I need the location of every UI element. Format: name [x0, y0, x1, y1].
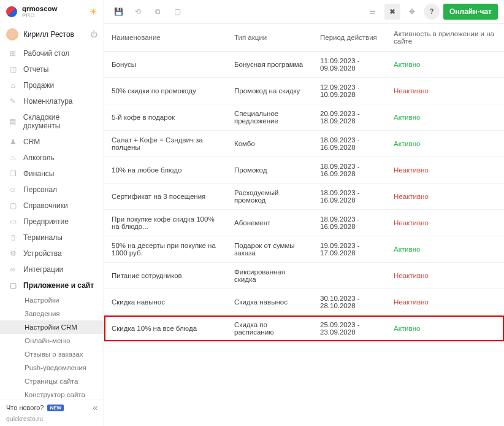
table-row[interactable]: Скидка навыносСкидка навынос30.10.2023 -… — [104, 289, 504, 316]
subnav-item[interactable]: Настройки — [0, 293, 104, 307]
org-name: qrmoscow — [22, 5, 58, 12]
subnav-item[interactable]: Страницы сайта — [0, 374, 104, 388]
cell-type: Расходуемый промокод — [227, 184, 313, 210]
user-row[interactable]: Кирилл Рестов ⏻ — [0, 23, 104, 45]
app-logo-icon — [6, 6, 17, 17]
tools-icon[interactable]: ✖ — [384, 4, 400, 20]
subnav-item[interactable]: Push-уведомления — [0, 361, 104, 374]
nav-item[interactable]: ▢Справочники — [0, 198, 104, 214]
nav-item[interactable]: ⌂Продажи — [0, 77, 104, 93]
nav-item[interactable]: ▤Складские документы — [0, 109, 104, 134]
main: 💾 ⟲ ⧉ ▢ ⚌ ✖ ✥ ? Онлайн-чат Наименование … — [104, 0, 504, 426]
nav-item[interactable]: ☺Персонал — [0, 182, 104, 198]
cell-type: Промокод — [227, 157, 313, 184]
nav-item[interactable]: ✎Номенклатура — [0, 93, 104, 109]
cell-name: Питание сотрудников — [104, 263, 227, 289]
nav-item[interactable]: ❐Финансы — [0, 166, 104, 182]
sliders-icon[interactable]: ⚌ — [365, 4, 381, 20]
nav-item[interactable]: ▢Приложение и сайт — [0, 277, 104, 293]
cell-name: Бонусы — [104, 52, 227, 78]
subnav-item[interactable]: Онлайн-меню — [0, 334, 104, 347]
nav-icon: ⊞ — [7, 49, 18, 58]
cell-type: Комбо — [227, 131, 313, 157]
cell-name: 50% скидки по промокоду — [104, 78, 227, 104]
col-type[interactable]: Тип акции — [227, 24, 313, 52]
whats-new-link[interactable]: Что нового? NEW « — [6, 403, 97, 412]
new-badge: NEW — [47, 405, 64, 411]
nav-label: Складские документы — [23, 113, 97, 130]
table-row[interactable]: Питание сотрудниковФиксированная скидкаН… — [104, 263, 504, 289]
cell-name: Сертификат на 3 посещения — [104, 184, 227, 210]
table-row[interactable]: При покупке кофе скидка 100% на блюдо...… — [104, 210, 504, 236]
nav-item[interactable]: ⚙Устройства — [0, 246, 104, 261]
copy-icon[interactable]: ⧉ — [150, 4, 166, 20]
cell-status: Активно — [386, 131, 504, 157]
refresh-icon[interactable]: ⟲ — [130, 4, 146, 20]
col-status[interactable]: Активность в приложении и на сайте — [386, 24, 504, 52]
cell-type: Скидка навынос — [227, 289, 313, 316]
nav-item[interactable]: ▯Терминалы — [0, 230, 104, 246]
nav-item[interactable]: ◫Отчеты — [0, 61, 104, 77]
nav-item[interactable]: ⊞Рабочий стол — [0, 45, 104, 61]
nav-icon: ⌂ — [7, 81, 18, 90]
avatar-icon — [6, 28, 18, 41]
table-header-row: Наименование Тип акции Период действия А… — [104, 24, 504, 52]
save-icon[interactable]: 💾 — [110, 4, 126, 20]
cell-status: Активно — [386, 52, 504, 78]
sidebar-collapse-icon[interactable]: « — [93, 403, 97, 412]
nav-icon: ❐ — [7, 169, 18, 178]
logout-icon[interactable]: ⏻ — [90, 30, 97, 39]
subnav-item[interactable]: Отзывы о заказах — [0, 347, 104, 361]
online-chat-button[interactable]: Онлайн-чат — [443, 4, 498, 20]
nav-icon: ⚙ — [7, 249, 18, 258]
cell-period: 18.09.2023 - 16.09.2028 — [313, 210, 386, 236]
nav-item[interactable]: ∞Интеграции — [0, 261, 104, 277]
table-row[interactable]: 50% скидки по промокодуПромокод на скидк… — [104, 78, 504, 104]
table-row[interactable]: 50% на десерты при покупке на 1000 руб.П… — [104, 236, 504, 263]
nav-icon: ♟ — [7, 137, 18, 146]
cell-name: Скидка 10% на все блюда — [104, 316, 227, 342]
table-row[interactable]: Салат + Кофе = Сэндвич за полценыКомбо18… — [104, 131, 504, 157]
table-row[interactable]: Сертификат на 3 посещенияРасходуемый про… — [104, 184, 504, 210]
nav-item[interactable]: ▭Предприятие — [0, 214, 104, 230]
screen-icon[interactable]: ▢ — [169, 4, 185, 20]
table-row[interactable]: 5-й кофе в подарокСпециальное предложени… — [104, 104, 504, 131]
sidebar: qrmoscow PRO ☀ Кирилл Рестов ⏻ ⊞Рабочий … — [0, 0, 104, 426]
col-period[interactable]: Период действия — [313, 24, 386, 52]
cell-name: 10% на любое блюдо — [104, 157, 227, 184]
nav-icon: ✎ — [7, 97, 18, 106]
table-row[interactable]: БонусыБонусная программа11.09.2023 - 09.… — [104, 52, 504, 78]
cell-status: Неактивно — [386, 263, 504, 289]
cell-name: 5-й кофе в подарок — [104, 104, 227, 131]
subnav-item[interactable]: Конструктор сайта — [0, 388, 104, 400]
subnav-item[interactable]: Заведения — [0, 307, 104, 320]
cell-period: 18.09.2023 - 16.09.2028 — [313, 131, 386, 157]
cell-type: Бонусная программа — [227, 52, 313, 78]
theme-toggle-icon[interactable]: ☀ — [90, 7, 97, 17]
table-row[interactable]: Скидка 10% на все блюдаСкидка по расписа… — [104, 316, 504, 342]
nav-icon: ▤ — [7, 117, 18, 126]
nav-label: Интеграции — [23, 265, 63, 274]
cell-period: 19.09.2023 - 17.09.2028 — [313, 236, 386, 263]
help-icon[interactable]: ? — [424, 4, 440, 20]
col-name[interactable]: Наименование — [104, 24, 227, 52]
cell-status: Активно — [386, 104, 504, 131]
nav-label: Продажи — [23, 81, 54, 90]
nav-label: Финансы — [23, 169, 54, 178]
cell-name: Салат + Кофе = Сэндвич за полцены — [104, 131, 227, 157]
nav-item[interactable]: ♨Алкоголь — [0, 150, 104, 166]
user-name: Кирилл Рестов — [23, 30, 74, 39]
nav-icon: ▭ — [7, 217, 18, 226]
nav-item[interactable]: ♟CRM — [0, 134, 104, 150]
subnav-item[interactable]: Настройки CRM — [0, 320, 104, 334]
toolbar: 💾 ⟲ ⧉ ▢ ⚌ ✖ ✥ ? Онлайн-чат — [104, 0, 504, 24]
cell-status: Активно — [386, 236, 504, 263]
sidebar-footer: Что нового? NEW « quickresto.ru — [0, 400, 104, 426]
nav-label: Справочники — [23, 201, 68, 210]
move-icon[interactable]: ✥ — [404, 4, 420, 20]
cell-status: Активно — [386, 316, 504, 342]
nav-label: Рабочий стол — [23, 49, 69, 58]
table-row[interactable]: 10% на любое блюдоПромокод18.09.2023 - 1… — [104, 157, 504, 184]
cell-period: 11.09.2023 - 09.09.2028 — [313, 52, 386, 78]
nav-label: CRM — [23, 137, 40, 146]
